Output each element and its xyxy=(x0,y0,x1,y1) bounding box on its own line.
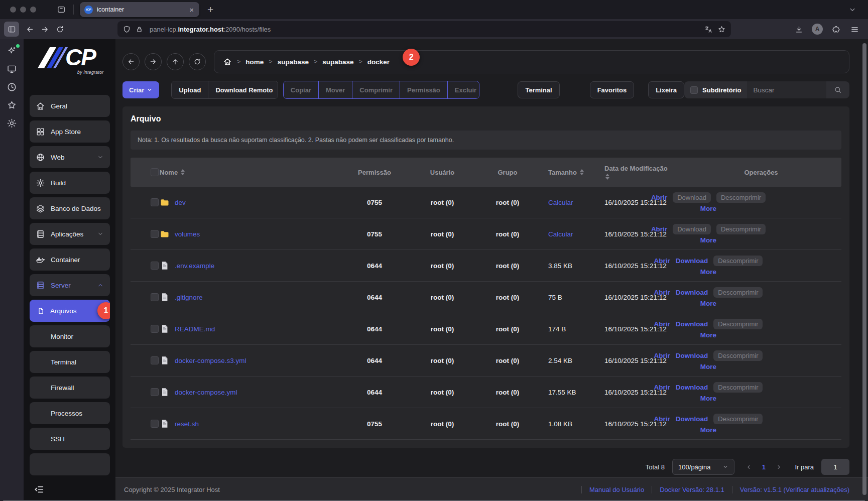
file-name-link[interactable]: README.md xyxy=(175,325,215,333)
page-size-select[interactable]: 100/página xyxy=(672,459,734,475)
sidebar-item-monitor[interactable]: Monitor xyxy=(30,325,110,347)
more-link[interactable]: More xyxy=(700,395,716,402)
sidebar-item-aplica-es[interactable]: Aplicações xyxy=(30,223,110,245)
minimize-window-button[interactable] xyxy=(20,7,26,13)
download-link[interactable]: Download xyxy=(676,384,708,391)
criar-button[interactable]: Criar xyxy=(122,81,159,98)
more-link[interactable]: More xyxy=(700,268,716,276)
search-icon[interactable] xyxy=(826,81,849,98)
browser-tab[interactable]: ICP icontainer × xyxy=(80,2,199,17)
sidebar-item-server[interactable]: Server xyxy=(30,274,110,296)
sidebar-item-container[interactable]: Container xyxy=(30,248,110,271)
gear-icon[interactable] xyxy=(7,118,17,129)
breadcrumb-item[interactable]: supabase xyxy=(322,58,353,66)
tab-list-chevron-icon[interactable] xyxy=(848,5,857,14)
file-name-link[interactable]: dev xyxy=(175,199,186,206)
row-checkbox[interactable] xyxy=(151,293,159,301)
sort-icon[interactable] xyxy=(181,169,185,175)
sort-icon[interactable] xyxy=(580,169,584,175)
sidebar-item-banco-de-dados[interactable]: Banco de Dados xyxy=(30,197,110,219)
download-link[interactable]: Download xyxy=(676,257,708,265)
sidebar-item-processos[interactable]: Processos xyxy=(30,402,110,424)
window-controls[interactable] xyxy=(10,7,36,13)
url-bar[interactable]: panel-icp.integrator.host:2090/hosts/fil… xyxy=(117,21,731,37)
clock-icon[interactable] xyxy=(7,82,17,92)
file-name-link[interactable]: docker-compose.s3.yml xyxy=(175,357,246,364)
sort-icon[interactable] xyxy=(605,174,609,180)
more-link[interactable]: More xyxy=(700,363,716,370)
sidebar-item-arquivos[interactable]: Arquivos1 xyxy=(30,300,110,322)
tab-close-icon[interactable]: × xyxy=(188,6,195,14)
row-checkbox[interactable] xyxy=(151,420,159,428)
abrir-link[interactable]: Abrir xyxy=(654,320,670,328)
row-checkbox[interactable] xyxy=(151,325,159,333)
abrir-link[interactable]: Abrir xyxy=(651,194,667,201)
firefox-view-icon[interactable] xyxy=(56,5,66,15)
download-link[interactable]: Download xyxy=(676,352,708,359)
forward-icon[interactable] xyxy=(37,22,52,37)
goto-page-input[interactable]: 1 xyxy=(821,459,849,475)
search-input[interactable]: Buscar xyxy=(747,81,826,98)
sidebar-item-web[interactable]: Web xyxy=(30,146,110,168)
extensions-puzzle-icon[interactable] xyxy=(828,22,843,37)
sidebar-item-partial[interactable] xyxy=(30,453,110,475)
back-icon[interactable] xyxy=(22,22,37,37)
column-header-tamanho[interactable]: Tamanho xyxy=(540,169,604,176)
current-page-button[interactable]: 1 xyxy=(757,463,770,471)
sidebar-item-terminal[interactable]: Terminal xyxy=(30,351,110,373)
row-checkbox[interactable] xyxy=(151,198,159,206)
file-name-link[interactable]: .gitignore xyxy=(175,294,203,301)
downloads-icon[interactable] xyxy=(791,22,806,37)
footer-link-docker-vers-o-28-1-1[interactable]: Docker Versão: 28.1.1 xyxy=(660,486,724,493)
row-checkbox[interactable] xyxy=(151,230,159,238)
row-checkbox[interactable] xyxy=(151,262,159,270)
file-name-link[interactable]: .env.example xyxy=(175,262,214,270)
sidebar-item-app-store[interactable]: App Store xyxy=(30,120,110,143)
footer-link-manual-do-usu-rio[interactable]: Manual do Usuário xyxy=(589,486,644,493)
footer-link-vers-o-v1-5-1-verificar-atualiza-es[interactable]: Versão: v1.5.1 (Verificar atualizações) xyxy=(740,486,849,493)
more-link[interactable]: More xyxy=(700,300,716,307)
maximize-window-button[interactable] xyxy=(30,7,36,13)
sparkles-icon[interactable] xyxy=(7,46,17,56)
download-remoto-button[interactable]: Download Remoto xyxy=(208,81,278,98)
account-icon[interactable]: A xyxy=(810,22,825,37)
abrir-link[interactable]: Abrir xyxy=(654,415,670,423)
select-all-checkbox[interactable] xyxy=(151,168,159,176)
shield-icon[interactable] xyxy=(122,25,131,34)
more-link[interactable]: More xyxy=(700,331,716,339)
history-forward-icon[interactable] xyxy=(145,53,162,70)
up-directory-icon[interactable] xyxy=(167,53,184,70)
mover-button[interactable]: Mover xyxy=(318,81,352,98)
download-link[interactable]: Download xyxy=(676,415,708,423)
file-name-link[interactable]: volumes xyxy=(175,230,200,238)
upload-button[interactable]: Upload xyxy=(172,81,208,98)
devices-icon[interactable] xyxy=(7,64,17,74)
home-icon[interactable] xyxy=(223,57,232,66)
column-header-nome[interactable]: Nome xyxy=(160,169,339,176)
menu-hamburger-icon[interactable] xyxy=(847,22,862,37)
history-back-icon[interactable] xyxy=(122,53,140,70)
breadcrumb-item[interactable]: supabase xyxy=(278,58,309,66)
more-link[interactable]: More xyxy=(700,205,716,212)
bookmark-star-icon[interactable] xyxy=(717,25,726,34)
terminal-button[interactable]: Terminal xyxy=(518,81,559,98)
download-link[interactable]: Download xyxy=(676,289,708,296)
abrir-link[interactable]: Abrir xyxy=(654,289,670,296)
copiar-button[interactable]: Copiar xyxy=(284,81,318,98)
prev-page-icon[interactable] xyxy=(742,460,755,473)
abrir-link[interactable]: Abrir xyxy=(651,225,667,233)
sidebar-item-build[interactable]: Build xyxy=(30,172,110,194)
more-link[interactable]: More xyxy=(700,236,716,244)
abrir-link[interactable]: Abrir xyxy=(654,257,670,265)
comprimir-button[interactable]: Comprimir xyxy=(352,81,400,98)
more-link[interactable]: More xyxy=(700,426,716,434)
translate-icon[interactable] xyxy=(704,25,713,34)
refresh-icon[interactable] xyxy=(189,53,206,70)
calculate-size-link[interactable]: Calcular xyxy=(548,230,573,238)
new-tab-button[interactable]: + xyxy=(207,4,213,16)
column-header-data-modificacao[interactable]: Data de Modificação xyxy=(604,165,681,180)
row-checkbox[interactable] xyxy=(151,356,159,364)
calculate-size-link[interactable]: Calcular xyxy=(548,199,573,206)
abrir-link[interactable]: Abrir xyxy=(654,384,670,391)
abrir-link[interactable]: Abrir xyxy=(654,352,670,359)
